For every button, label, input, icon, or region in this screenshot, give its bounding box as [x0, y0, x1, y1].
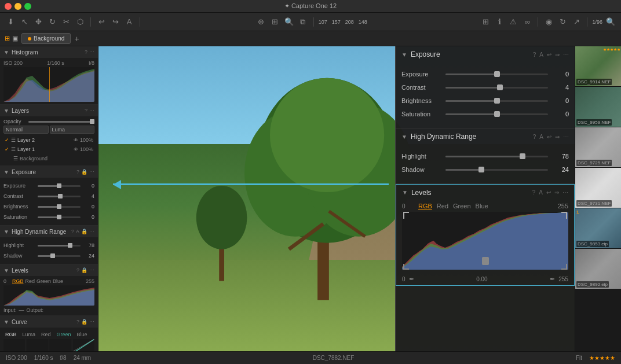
- text-icon[interactable]: A: [123, 16, 135, 28]
- hdr-right-q[interactable]: ?: [533, 134, 536, 140]
- opacity-slider[interactable]: [28, 121, 92, 123]
- levels-r-red-tab[interactable]: Red: [437, 203, 448, 209]
- minimize-button[interactable]: [14, 3, 21, 10]
- curve-tab-red[interactable]: Red: [39, 331, 53, 338]
- levels-red-tab[interactable]: Red: [25, 278, 35, 284]
- curve-lock[interactable]: 🔒: [81, 319, 87, 325]
- layer-item-2[interactable]: ✓ ☰ Layer 2 👁 100%: [3, 135, 94, 145]
- luma-dropdown[interactable]: Luma: [50, 126, 95, 134]
- layers-header[interactable]: ▼ Layers ? ⋯: [0, 105, 98, 116]
- levels-green-tab[interactable]: Green: [36, 278, 51, 284]
- redo-icon[interactable]: ↪: [109, 16, 121, 28]
- viewer-icon[interactable]: ▣: [12, 35, 18, 42]
- exp-r-saturation-slider[interactable]: [445, 113, 548, 115]
- undo-icon[interactable]: ↩: [96, 16, 107, 28]
- hdr-q[interactable]: ?: [71, 229, 74, 234]
- levels-rgb-tab[interactable]: RGB: [12, 278, 24, 284]
- hdr-right-a[interactable]: A: [539, 134, 543, 140]
- histogram-more-icon[interactable]: ⋯: [89, 49, 94, 55]
- levels-right-share[interactable]: ⇒: [554, 189, 559, 196]
- blend-mode-dropdown[interactable]: Normal: [3, 126, 49, 134]
- layer-item-1[interactable]: ✓ ☰ Layer 1 👁 100%: [3, 145, 94, 154]
- refresh-icon[interactable]: ↻: [557, 16, 568, 28]
- hdr-right-more[interactable]: ⋯: [563, 134, 569, 140]
- crop-icon[interactable]: ⊞: [269, 16, 281, 28]
- layers-more-icon[interactable]: ⋯: [89, 108, 94, 113]
- add-tab-button[interactable]: +: [74, 34, 79, 43]
- exp-r-brightness-slider[interactable]: [445, 100, 548, 102]
- alert-icon[interactable]: ⚠: [507, 16, 519, 28]
- levels-r-rgb-tab[interactable]: RGB: [418, 203, 432, 209]
- exp-more[interactable]: ⋯: [89, 169, 94, 175]
- share-icon[interactable]: ↗: [571, 16, 582, 28]
- exposure-right-header[interactable]: ▼ Exposure ? A ↩ ⇒ ⋯: [396, 46, 575, 62]
- cursor-icon[interactable]: ↖: [19, 16, 30, 28]
- thumb-item-5[interactable]: DSC_9853.eip 1: [575, 208, 621, 249]
- thumb-item-4[interactable]: DSC_9731.NEF: [575, 168, 621, 208]
- exposure-left-header[interactable]: ▼ Exposure ? 🔒 ⋯: [0, 166, 98, 178]
- background-layer-item[interactable]: ☰ Background: [3, 154, 94, 163]
- layers-q-icon[interactable]: ?: [85, 108, 87, 113]
- panels-icon[interactable]: ⊞: [480, 16, 491, 28]
- scissors-icon[interactable]: ✂: [60, 16, 72, 28]
- thumb-item-3[interactable]: DSC_9725.NEF: [575, 127, 621, 168]
- curve-tab-luma[interactable]: Luma: [21, 331, 38, 338]
- levels-right-more[interactable]: ⋯: [562, 189, 568, 196]
- levels-r-blue-tab[interactable]: Blue: [476, 203, 488, 209]
- hdr-left-header[interactable]: ▼ High Dynamic Range ? A 🔒 ⋯: [0, 226, 98, 237]
- exp-right-more[interactable]: ⋯: [563, 52, 569, 58]
- picker-icon[interactable]: ⊕: [255, 16, 267, 28]
- close-button[interactable]: [5, 3, 12, 10]
- hdr-right-lock[interactable]: ↩: [547, 134, 551, 140]
- exp-exposure-slider[interactable]: [38, 185, 81, 187]
- levels-q[interactable]: ?: [76, 267, 79, 273]
- search-icon[interactable]: 🔍: [605, 16, 616, 28]
- move-icon[interactable]: ✥: [32, 16, 44, 28]
- exp-contrast-slider[interactable]: [38, 196, 81, 197]
- levels-output-black[interactable]: [403, 264, 409, 270]
- exp-brightness-slider[interactable]: [38, 206, 81, 208]
- hdr-highlight-slider[interactable]: [38, 245, 81, 247]
- curve-header[interactable]: ▼ Curve ? 🔒 ⋯: [0, 316, 98, 328]
- curve-tab-rgb[interactable]: RGB: [3, 331, 19, 338]
- levels-right-a[interactable]: A: [539, 189, 543, 196]
- eyedropper-left[interactable]: ✒: [409, 275, 414, 283]
- mask-icon[interactable]: ⬡: [74, 16, 86, 28]
- levels-r-green-tab[interactable]: Green: [453, 203, 471, 209]
- levels-lock[interactable]: 🔒: [81, 267, 87, 273]
- exp-right-share[interactable]: ⇒: [555, 52, 560, 58]
- levels-output-white[interactable]: [561, 264, 567, 270]
- grid-icon[interactable]: ⊞: [5, 35, 10, 42]
- zoom-icon[interactable]: 🔍: [283, 16, 295, 28]
- hdr-r-shadow-slider[interactable]: [445, 169, 548, 171]
- layer2-eye[interactable]: 👁: [74, 138, 78, 143]
- thumb-item-1[interactable]: DSC_9914.NEF ★★★★★: [575, 46, 621, 87]
- hdr-more[interactable]: ⋯: [89, 229, 94, 234]
- infinity-icon[interactable]: ∞: [521, 16, 533, 28]
- compare-icon[interactable]: ⧉: [297, 16, 309, 28]
- exp-saturation-slider[interactable]: [38, 216, 81, 218]
- exp-right-a[interactable]: A: [539, 52, 543, 58]
- curve-tab-blue[interactable]: Blue: [75, 331, 89, 338]
- thumb-item-6[interactable]: DSC_9892.eip: [575, 249, 621, 289]
- levels-right-q[interactable]: ?: [532, 189, 536, 196]
- exp-r-exp-slider[interactable]: [445, 73, 548, 75]
- levels-input-black[interactable]: [403, 212, 409, 219]
- levels-more[interactable]: ⋯: [89, 267, 94, 273]
- layer1-eye[interactable]: 👁: [74, 147, 78, 152]
- levels-right-lock[interactable]: ↩: [546, 189, 551, 196]
- histogram-header[interactable]: ▼ Histogram ? ⋯: [0, 46, 98, 58]
- background-tab[interactable]: Background: [21, 33, 71, 44]
- histogram-q-icon[interactable]: ?: [85, 49, 87, 55]
- curve-q[interactable]: ?: [76, 319, 79, 325]
- levels-blue-tab[interactable]: Blue: [53, 278, 63, 284]
- exp-right-lock[interactable]: ↩: [547, 52, 551, 58]
- exp-r-contrast-slider[interactable]: [445, 87, 548, 89]
- fullscreen-button[interactable]: [24, 3, 31, 10]
- hdr-a[interactable]: A: [76, 229, 79, 234]
- levels-left-header[interactable]: ▼ Levels ? 🔒 ⋯: [0, 264, 98, 276]
- levels-right-header[interactable]: ▼ Levels ? A ↩ ⇒ ⋯: [396, 184, 574, 200]
- curve-more[interactable]: ⋯: [89, 319, 94, 325]
- hdr-right-header[interactable]: ▼ High Dynamic Range ? A ↩ ⇒ ⋯: [396, 128, 575, 145]
- rotate-icon[interactable]: ↻: [46, 16, 58, 28]
